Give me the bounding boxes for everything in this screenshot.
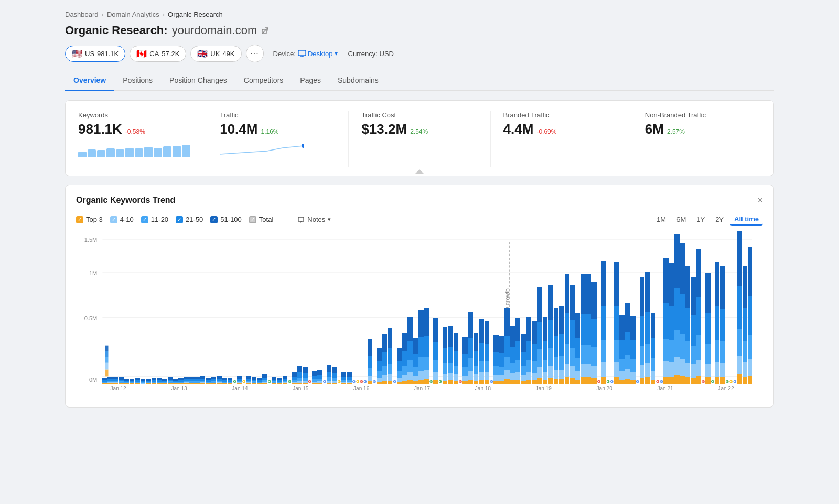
device-value[interactable]: Desktop ▾ xyxy=(298,49,338,58)
metric-nonbranded-traffic: Non-Branded Traffic 6M 2.57% xyxy=(632,111,773,167)
legend-top3-label: Top 3 xyxy=(86,216,103,223)
breadcrumb-domain-analytics[interactable]: Domain Analytics xyxy=(107,10,159,18)
region-uk-button[interactable]: 🇬🇧 UK 49K xyxy=(190,46,241,62)
metric-traffic-cost-delta: 2.54% xyxy=(410,128,428,135)
ca-flag-icon: 🇨🇦 xyxy=(136,49,147,59)
legend-51-100-checkbox: ✓ xyxy=(210,216,218,223)
legend-filters: ✓ Top 3 ✓ 4-10 ✓ 11-20 ✓ 21-50 xyxy=(76,213,336,226)
svg-rect-1 xyxy=(298,50,306,56)
legend-11-20[interactable]: ✓ 11-20 xyxy=(141,216,168,223)
time-2y[interactable]: 2Y xyxy=(711,214,728,225)
svg-text:Jan 13: Jan 13 xyxy=(171,385,187,391)
metric-branded-delta: -0.69% xyxy=(536,128,556,135)
device-value-text: Desktop xyxy=(308,50,333,58)
metric-keywords-delta: -0.58% xyxy=(125,128,145,135)
legend-51-100[interactable]: ✓ 51-100 xyxy=(210,216,241,223)
svg-text:Jan 17: Jan 17 xyxy=(414,385,430,391)
svg-text:Jan 16: Jan 16 xyxy=(353,385,369,391)
notes-button[interactable]: Notes ▾ xyxy=(293,213,336,226)
metric-traffic: Traffic 10.4M 1.16% xyxy=(207,111,349,167)
metric-traffic-cost-label: Traffic Cost xyxy=(361,111,477,119)
metric-branded-label: Branded Traffic xyxy=(503,111,619,119)
metric-traffic-delta: 1.16% xyxy=(261,128,278,135)
tab-subdomains[interactable]: Subdomains xyxy=(329,71,387,91)
legend-21-50-checkbox: ✓ xyxy=(176,216,183,223)
close-button[interactable]: × xyxy=(757,196,763,205)
legend-total-label: Total xyxy=(259,216,273,223)
svg-point-4 xyxy=(302,144,304,148)
page-title-domain: yourdomain.com xyxy=(172,24,257,37)
legend-4-10[interactable]: ✓ 4-10 xyxy=(110,216,134,223)
device-currency-bar: Device: Desktop ▾ Currency: USD xyxy=(273,49,394,58)
device-selector[interactable]: Device: Desktop ▾ xyxy=(273,49,338,58)
notes-chevron-icon: ▾ xyxy=(328,216,331,223)
page-title: Organic Research: yourdomain.com xyxy=(65,24,774,37)
breadcrumb: Dashboard › Domain Analytics › Organic R… xyxy=(65,10,774,18)
metrics-card: Keywords 981.1K -0.58% Traffic 10.4M 1.1… xyxy=(65,100,774,176)
time-1m[interactable]: 1M xyxy=(652,214,670,225)
svg-text:Jan 19: Jan 19 xyxy=(536,385,552,391)
trend-title: Organic Keywords Trend xyxy=(76,196,175,205)
tab-overview[interactable]: Overview xyxy=(65,71,114,91)
svg-text:0M: 0M xyxy=(89,377,97,383)
svg-text:0.5M: 0.5M xyxy=(84,315,98,321)
notes-label: Notes xyxy=(307,216,325,223)
trend-header: Organic Keywords Trend × xyxy=(76,196,763,205)
region-more-button[interactable]: ··· xyxy=(246,45,264,62)
metric-branded-traffic: Branded Traffic 4.4M -0.69% xyxy=(491,111,632,167)
external-link-icon[interactable] xyxy=(261,26,270,35)
region-ca-label: CA xyxy=(149,50,159,58)
time-filters: 1M 6M 1Y 2Y All time xyxy=(652,213,763,226)
legend-21-50-label: 21-50 xyxy=(186,216,203,223)
legend-divider xyxy=(283,215,283,225)
tabs-bar: Overview Positions Position Changes Comp… xyxy=(65,71,774,91)
collapse-row[interactable] xyxy=(66,167,773,176)
trend-card: Organic Keywords Trend × ✓ Top 3 ✓ 4-10 … xyxy=(65,185,774,408)
device-label: Device: xyxy=(273,50,296,58)
tab-competitors[interactable]: Competitors xyxy=(235,71,292,91)
region-us-label: US xyxy=(85,50,94,58)
breadcrumb-sep-1: › xyxy=(102,10,104,18)
legend-top3-checkbox: ✓ xyxy=(76,216,83,223)
metric-nonbranded-label: Non-Branded Traffic xyxy=(645,111,761,119)
tab-positions[interactable]: Positions xyxy=(114,71,161,91)
metric-traffic-cost: Traffic Cost $13.2M 2.54% xyxy=(349,111,490,167)
legend-51-100-label: 51-100 xyxy=(220,216,241,223)
time-alltime[interactable]: All time xyxy=(730,213,763,226)
metric-traffic-value: 10.4M xyxy=(220,121,257,137)
metric-traffic-cost-value: $13.2M xyxy=(361,121,407,137)
svg-text:1.5M: 1.5M xyxy=(84,237,98,243)
region-ca-button[interactable]: 🇨🇦 CA 57.2K xyxy=(130,46,186,62)
region-ca-value: 57.2K xyxy=(162,50,179,58)
page-title-prefix: Organic Research: xyxy=(65,24,168,37)
currency-label: Currency: USD xyxy=(348,50,394,58)
notes-icon xyxy=(297,216,305,223)
metric-branded-value: 4.4M xyxy=(503,121,534,137)
svg-text:Jan 18: Jan 18 xyxy=(475,385,491,391)
legend-11-20-checkbox: ✓ xyxy=(141,216,148,223)
monitor-icon xyxy=(298,49,306,58)
legend-total[interactable]: ✓ Total xyxy=(249,216,273,223)
tab-position-changes[interactable]: Position Changes xyxy=(161,71,235,91)
tab-pages[interactable]: Pages xyxy=(292,71,329,91)
svg-text:1M: 1M xyxy=(89,270,97,276)
metric-traffic-chart xyxy=(220,143,336,157)
metric-nonbranded-delta: 2.57% xyxy=(667,128,685,135)
metric-traffic-label: Traffic xyxy=(220,111,336,119)
region-us-button[interactable]: 🇺🇸 US 981.1K xyxy=(65,46,125,62)
region-us-value: 981.1K xyxy=(97,50,119,58)
svg-text:Jan 15: Jan 15 xyxy=(293,385,308,391)
legend-4-10-checkbox: ✓ xyxy=(110,216,117,223)
legend-top3[interactable]: ✓ Top 3 xyxy=(76,216,103,223)
time-6m[interactable]: 6M xyxy=(672,214,690,225)
breadcrumb-dashboard[interactable]: Dashboard xyxy=(65,10,99,18)
time-1y[interactable]: 1Y xyxy=(692,214,709,225)
us-flag-icon: 🇺🇸 xyxy=(72,49,82,59)
trend-controls: ✓ Top 3 ✓ 4-10 ✓ 11-20 ✓ 21-50 xyxy=(76,213,763,226)
region-uk-label: UK xyxy=(210,50,220,58)
uk-flag-icon: 🇬🇧 xyxy=(197,49,208,59)
legend-21-50[interactable]: ✓ 21-50 xyxy=(176,216,203,223)
region-uk-value: 49K xyxy=(222,50,234,58)
metrics-row: Keywords 981.1K -0.58% Traffic 10.4M 1.1… xyxy=(66,111,773,167)
collapse-triangle-icon xyxy=(415,169,424,174)
